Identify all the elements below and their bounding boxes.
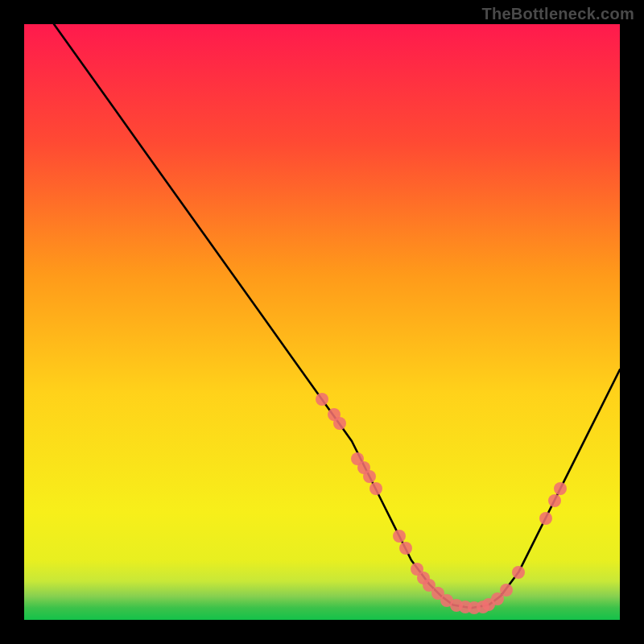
plot-background-gradient (24, 24, 620, 620)
watermark-text: TheBottleneck.com (481, 5, 634, 23)
svg-rect-0 (24, 24, 620, 620)
plot-area (24, 24, 620, 620)
chart-container: TheBottleneck.com (0, 0, 644, 644)
